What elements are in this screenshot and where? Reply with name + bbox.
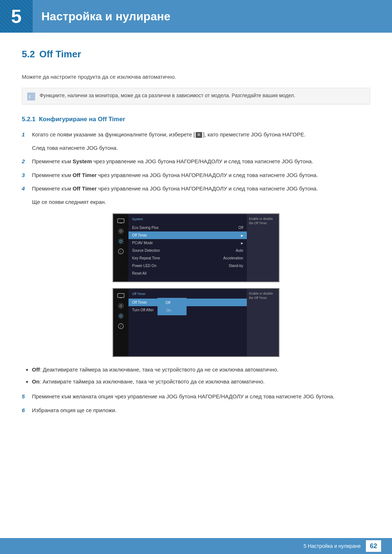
item-key-label: Key Repeat Time bbox=[132, 255, 160, 261]
screen2-turnoff-label: Turn Off After bbox=[132, 307, 154, 313]
footer-page-number: 62 bbox=[366, 540, 381, 552]
step-5-number: 5 bbox=[22, 392, 28, 401]
step-4-number: 4 bbox=[22, 184, 28, 193]
item-eco-label: Eco Saving Plus bbox=[132, 225, 159, 230]
svg-point-11 bbox=[120, 305, 122, 307]
steps-list-2: 5 Преминете към желаната опция чрез упра… bbox=[22, 392, 370, 414]
step-6-number: 6 bbox=[22, 406, 28, 415]
svg-rect-10 bbox=[120, 297, 122, 298]
submenu-off: ✓ Off bbox=[158, 299, 187, 307]
submenu-on: On bbox=[158, 307, 187, 314]
screen1-item-offtimer: Off Timer bbox=[128, 231, 247, 239]
item-offtimer-label: Off Timer bbox=[132, 233, 147, 238]
check-icon: ✓ bbox=[161, 300, 164, 305]
sidebar-monitor-icon bbox=[117, 218, 125, 224]
item-led-value: Stand-by bbox=[229, 263, 243, 268]
subsection-title: Конфигуриране на Off Timer bbox=[39, 116, 125, 123]
svg-point-12 bbox=[118, 303, 123, 308]
step-3-bold: Off Timer bbox=[73, 172, 97, 178]
screen2-item-turnoff: Turn Off After bbox=[128, 306, 247, 314]
screen1-item-reset: Reset All bbox=[128, 270, 247, 277]
note-icon: i bbox=[27, 93, 35, 100]
steps-list: 1 Когато се появи указание за функционал… bbox=[22, 130, 370, 206]
step-3-text: Преминете към Off Timer чрез управление … bbox=[32, 171, 318, 179]
screen1-item-pcav: PC/AV Mode bbox=[128, 239, 247, 247]
step-4: 4 Преминете към Off Timer чрез управлени… bbox=[22, 184, 370, 193]
step-1: 1 Когато се появи указание за функционал… bbox=[22, 130, 370, 139]
step-2-bold: System bbox=[73, 158, 92, 164]
item-reset-label: Reset All bbox=[132, 271, 146, 276]
sidebar-gear-icon bbox=[117, 238, 125, 245]
item-led-label: Power LED On bbox=[132, 263, 156, 268]
item-eco-value: Off bbox=[238, 225, 243, 230]
section-number: 5.2 bbox=[22, 49, 35, 59]
header-bar: 5 Настройка и нулиране bbox=[0, 0, 392, 33]
step-2-text: Преминете към System чрез управление на … bbox=[32, 157, 313, 165]
chapter-number: 5 bbox=[11, 2, 22, 30]
step-1-sub: След това натиснете JOG бутона. bbox=[32, 144, 370, 152]
screen2-menu: Off Timer Off Timer Turn Off After ✓ Off… bbox=[128, 289, 247, 356]
screen1-help: Enable or disable the Off Timer. bbox=[247, 214, 279, 282]
footer-text: 5 Настройка и нулиране bbox=[303, 542, 361, 550]
svg-point-4 bbox=[120, 230, 122, 232]
item-source-label: Source Detection bbox=[132, 248, 160, 253]
bullet-off: Off: Деактивирате таймера за изключване,… bbox=[32, 366, 370, 374]
svg-point-6 bbox=[120, 240, 122, 242]
svg-rect-2 bbox=[118, 219, 124, 223]
bullet-off-text: : Деактивирате таймера за изключване, та… bbox=[40, 366, 279, 373]
step-6: 6 Избраната опция ще се приложи. bbox=[22, 406, 370, 415]
sidebar2-settings-icon bbox=[117, 303, 125, 309]
step-5: 5 Преминете към желаната опция чрез упра… bbox=[22, 392, 370, 401]
screen2-submenu: ✓ Off On bbox=[158, 298, 187, 315]
step-3: 3 Преминете към Off Timer чрез управлени… bbox=[22, 171, 370, 180]
svg-rect-0 bbox=[27, 93, 35, 100]
chapter-title: Настройка и нулиране bbox=[41, 8, 171, 25]
screen1-sidebar: i bbox=[113, 214, 128, 282]
screenshots-container: i System Eco Saving Plus Off Off Timer P… bbox=[113, 213, 279, 357]
svg-point-13 bbox=[120, 315, 122, 317]
screen1-item-eco: Eco Saving Plus Off bbox=[128, 224, 247, 231]
step-1-text: Когато се появи указание за функционални… bbox=[32, 130, 306, 139]
screen1-item-key: Key Repeat Time Acceleration bbox=[128, 254, 247, 262]
step-4-text: Преминете към Off Timer чрез управление … bbox=[32, 184, 318, 193]
intro-paragraph: Можете да настроите продукта да се изклю… bbox=[22, 73, 370, 81]
section-heading: 5.2Off Timer bbox=[22, 47, 370, 64]
bullet-off-bold: Off bbox=[32, 366, 40, 373]
step-2-number: 2 bbox=[22, 157, 28, 166]
main-content: 5.2Off Timer Можете да настроите продукт… bbox=[0, 33, 392, 448]
item-offtimer-arrow bbox=[241, 233, 243, 238]
screen2: i Off Timer Off Timer Turn Off After ✓ O… bbox=[113, 288, 279, 357]
screen1-item-led: Power LED On Stand-by bbox=[128, 262, 247, 270]
note-box: i Функциите, налични за монитора, може д… bbox=[22, 88, 370, 104]
screen1-item-source: Source Detection Auto bbox=[128, 247, 247, 254]
svg-text:i: i bbox=[29, 94, 30, 99]
item-key-value: Acceleration bbox=[223, 255, 243, 261]
screen1-menu-header: System bbox=[128, 216, 247, 223]
sidebar-settings-icon bbox=[117, 228, 125, 234]
svg-rect-3 bbox=[120, 223, 122, 223]
svg-point-5 bbox=[118, 229, 123, 234]
header-number-box: 5 bbox=[0, 0, 33, 33]
screen2-help: Enable or disable the Off Timer. bbox=[247, 289, 279, 356]
sidebar-info-icon: i bbox=[117, 248, 125, 255]
menu-icon: ⊞ bbox=[196, 132, 202, 138]
bullet-list: Off: Деактивирате таймера за изключване,… bbox=[22, 366, 370, 386]
svg-text:i: i bbox=[121, 250, 122, 254]
step-4-sub: Ще се появи следният екран. bbox=[32, 198, 370, 206]
sidebar2-gear-icon bbox=[117, 313, 125, 319]
bullet-on: On: Активирате таймера за изключване, та… bbox=[32, 378, 370, 386]
item-source-value: Auto bbox=[236, 248, 243, 253]
step-3-number: 3 bbox=[22, 171, 28, 180]
screen1-menu: System Eco Saving Plus Off Off Timer PC/… bbox=[128, 214, 247, 282]
subsection-heading: 5.2.1 Конфигуриране на Off Timer bbox=[22, 115, 370, 124]
step-6-text: Избраната опция ще се приложи. bbox=[32, 406, 117, 414]
item-pcav-arrow bbox=[241, 240, 243, 246]
screen2-offtimer-label: Off Timer bbox=[132, 300, 147, 305]
step-2: 2 Преминете към System чрез управление н… bbox=[22, 157, 370, 166]
screen2-item-offtimer: Off Timer bbox=[128, 299, 247, 306]
bullet-on-bold: On bbox=[32, 378, 40, 385]
svg-text:i: i bbox=[121, 325, 122, 328]
step-1-number: 1 bbox=[22, 130, 28, 139]
note-text: Функциите, налични за монитора, може да … bbox=[40, 92, 295, 99]
item-pcav-label: PC/AV Mode bbox=[132, 240, 153, 246]
